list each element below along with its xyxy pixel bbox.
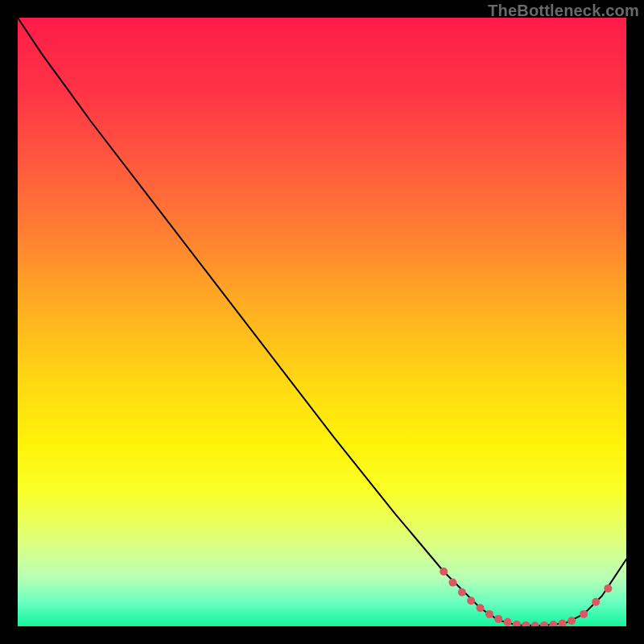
gradient-background — [18, 18, 626, 626]
marker-dot — [604, 584, 612, 592]
marker-dot — [494, 615, 502, 623]
marker-dot — [592, 598, 600, 606]
marker-dot — [477, 604, 485, 612]
marker-dot — [467, 597, 475, 605]
marker-dot — [485, 610, 493, 618]
marker-dot — [504, 618, 512, 626]
bottleneck-chart — [18, 18, 626, 626]
marker-dot — [580, 610, 588, 618]
marker-dot — [449, 579, 457, 587]
marker-dot — [458, 588, 466, 597]
chart-stage: TheBottleneck.com — [0, 0, 644, 644]
marker-dot — [568, 617, 576, 625]
marker-dot — [440, 568, 448, 576]
